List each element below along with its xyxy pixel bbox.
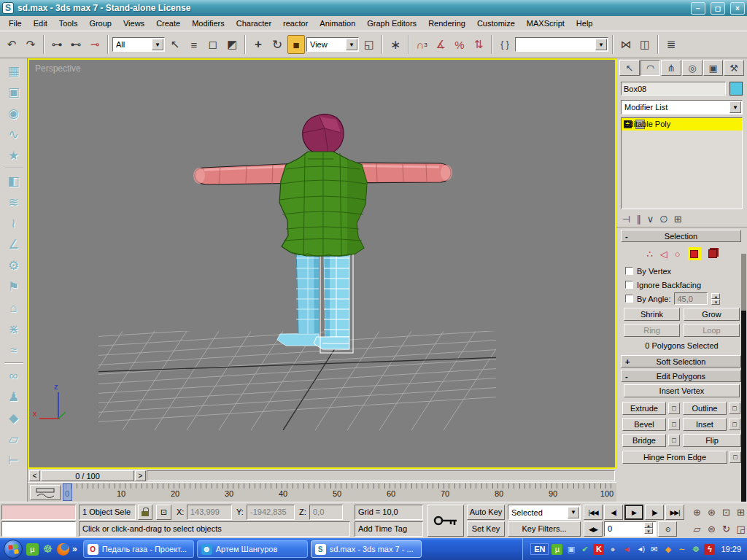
undo-icon[interactable]: ↶ xyxy=(3,35,20,54)
next-frame-arrow[interactable]: > xyxy=(135,470,146,481)
constraint-solver-icon[interactable]: ▱ xyxy=(4,429,24,450)
firefox-icon[interactable] xyxy=(57,543,69,556)
chevron-down-icon[interactable]: ▼ xyxy=(729,101,741,113)
configure-modifier-sets-icon[interactable]: ⊞ xyxy=(674,214,682,225)
tab-create[interactable]: ↖ xyxy=(619,60,640,76)
time-configuration-button[interactable]: ⊙ xyxy=(658,521,677,537)
y-coordinate-field[interactable]: -1942,835 xyxy=(247,505,295,520)
character-torso[interactable] xyxy=(279,152,367,256)
tab-modify[interactable]: ◠ xyxy=(640,60,661,76)
tray-antivirus-icon[interactable]: ✔ xyxy=(579,544,590,555)
icq-icon[interactable]: ☸ xyxy=(42,543,54,556)
fragment-icon[interactable]: ◆ xyxy=(4,408,24,429)
analyze-world-icon[interactable]: ∞ xyxy=(4,365,24,386)
menu-character[interactable]: Character xyxy=(231,17,277,30)
fracture-icon[interactable]: ⋇ xyxy=(4,319,24,340)
bevel-settings-icon[interactable]: □ xyxy=(668,419,680,430)
soft-selection-rollout-header[interactable]: + Soft Selection xyxy=(621,355,741,368)
select-and-scale-icon[interactable]: ■ xyxy=(287,35,305,54)
rigid-body-collection-icon[interactable]: ▦ xyxy=(4,61,24,82)
tray-mail-icon[interactable]: ✉ xyxy=(649,544,659,555)
x-coordinate-field[interactable]: 143,999 xyxy=(187,505,232,520)
set-keys-button[interactable] xyxy=(427,505,464,537)
motor-icon[interactable]: ⚙ xyxy=(4,255,24,276)
select-and-rotate-icon[interactable]: ↻ xyxy=(268,35,286,54)
soft-body-collection-icon[interactable]: ◉ xyxy=(4,103,24,124)
menu-customize[interactable]: Customize xyxy=(471,17,521,30)
select-and-manipulate-icon[interactable]: ∗ xyxy=(387,35,404,54)
by-angle-checkbox[interactable] xyxy=(625,295,633,303)
perspective-viewport[interactable]: z x Perspective xyxy=(28,58,616,469)
taskbar-item-messenger[interactable]: ◍ Артем Шангуров xyxy=(197,540,308,558)
field-of-view-icon[interactable]: ▱ xyxy=(690,521,704,537)
taskbar-item-3dsmax[interactable]: S sd.max - 3ds max 7 - ... xyxy=(311,540,422,558)
track-bar[interactable]: 0 10 20 30 40 50 60 70 80 90 100 xyxy=(28,482,616,502)
tray-utorrent-icon[interactable]: µ xyxy=(551,544,562,555)
zoom-icon[interactable]: ⊕ xyxy=(690,504,704,520)
water-icon[interactable]: ≈ xyxy=(4,340,24,361)
select-and-move-icon[interactable]: + xyxy=(249,35,267,54)
tray-icq-icon[interactable]: ☸ xyxy=(690,544,701,555)
key-mode-toggle[interactable]: ◀▶ xyxy=(584,521,603,537)
previous-frame-button[interactable]: ◀| xyxy=(604,505,623,520)
tab-hierarchy[interactable]: ⋔ xyxy=(661,60,681,76)
chevron-down-icon[interactable]: ▼ xyxy=(568,507,579,518)
make-unique-icon[interactable]: ∨ xyxy=(647,214,654,225)
vertex-mode-icon[interactable]: ∴ xyxy=(646,249,652,260)
absolute-mode-icon[interactable]: ⊡ xyxy=(156,505,171,520)
character-legs[interactable] xyxy=(277,244,353,353)
maxscript-mini-listener-white[interactable] xyxy=(1,521,76,537)
menu-graph-editors[interactable]: Graph Editors xyxy=(361,17,422,30)
zoom-extents-all-icon[interactable]: ⊞ xyxy=(734,504,747,520)
window-crossing-icon[interactable]: ◩ xyxy=(223,35,241,54)
menu-views[interactable]: Views xyxy=(117,17,150,30)
min-max-toggle-icon[interactable]: ◲ xyxy=(734,521,747,537)
insert-vertex-button[interactable]: Insert Vertex xyxy=(624,384,740,397)
show-end-result-icon[interactable]: ∥ xyxy=(636,214,641,225)
go-to-start-button[interactable]: |◀◀ xyxy=(584,505,603,520)
pin-stack-icon[interactable]: ⊣ xyxy=(622,214,630,225)
tray-comet-icon[interactable]: ∼ xyxy=(676,544,687,555)
arc-rotate-icon[interactable]: ↻ xyxy=(719,521,733,537)
tray-agent-icon[interactable]: ◆ xyxy=(662,544,673,555)
hinge-settings-icon[interactable]: □ xyxy=(729,451,741,463)
tab-display[interactable]: ▣ xyxy=(703,60,724,76)
tray-device-icon[interactable]: ● xyxy=(607,544,618,555)
border-mode-icon[interactable]: ○ xyxy=(675,249,681,260)
named-selection-dropdown[interactable]: ▼ xyxy=(515,37,608,52)
stack-item-editable-poly[interactable]: + Editable Poly xyxy=(622,118,742,131)
restore-button[interactable]: ◻ xyxy=(711,2,725,15)
tray-volume-icon[interactable]: ◄) xyxy=(635,544,646,555)
spring-icon[interactable]: ≋ xyxy=(4,192,24,213)
menu-animation[interactable]: Animation xyxy=(314,17,361,30)
zoom-all-icon[interactable]: ⊛ xyxy=(705,504,719,520)
viewport-label[interactable]: Perspective xyxy=(35,63,81,74)
time-slider-track[interactable] xyxy=(147,470,615,481)
edge-mode-icon[interactable]: ◁ xyxy=(660,249,667,260)
tray-kaspersky-icon[interactable]: K xyxy=(593,544,604,555)
frame-number-field[interactable]: 0 ▲ ▼ xyxy=(604,521,657,537)
zoom-extents-icon[interactable]: ⊡ xyxy=(719,504,733,520)
selection-lock-icon[interactable] xyxy=(138,505,152,520)
auto-key-button[interactable]: Auto Key xyxy=(467,505,505,520)
set-key-button[interactable]: Set Key xyxy=(467,521,505,537)
menu-create[interactable]: Create xyxy=(150,17,186,30)
menu-rendering[interactable]: Rendering xyxy=(422,17,471,30)
ignore-backfacing-checkbox[interactable] xyxy=(625,281,633,289)
mirror-icon[interactable]: ⋈ xyxy=(617,35,635,54)
tray-display-icon[interactable]: ▣ xyxy=(565,544,576,555)
remove-modifier-icon[interactable]: ∅ xyxy=(659,214,667,225)
outline-settings-icon[interactable]: □ xyxy=(729,402,740,414)
quick-launch-more-icon[interactable]: » xyxy=(72,544,77,554)
spinner-snap-icon[interactable]: ⇅ xyxy=(470,35,487,54)
play-button[interactable]: ▶ xyxy=(624,505,643,520)
grow-button[interactable]: Grow xyxy=(684,308,740,321)
modifier-list-dropdown[interactable]: Modifier List ▼ xyxy=(621,100,743,114)
use-center-icon[interactable]: ◱ xyxy=(360,35,378,54)
go-to-end-button[interactable]: ▶▶| xyxy=(665,505,684,520)
character-head[interactable] xyxy=(303,114,344,155)
toy-car-icon[interactable]: ⌂ xyxy=(4,298,24,319)
inset-button[interactable]: Inset xyxy=(683,418,727,431)
preview-animation-icon[interactable]: ⊢ xyxy=(4,450,24,471)
outline-button[interactable]: Outline xyxy=(683,402,727,415)
